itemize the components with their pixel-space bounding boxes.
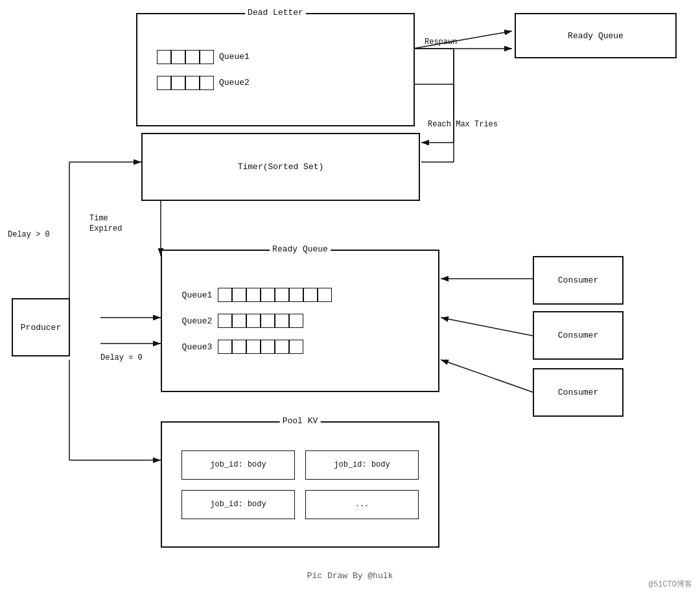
time-expired-label: TimeExpired xyxy=(89,214,122,234)
consumer-2-box: Consumer xyxy=(533,311,624,360)
dl-q1-cell xyxy=(200,50,214,64)
rq-queue1-label: Queue1 xyxy=(181,290,213,300)
rq-q1-cell xyxy=(261,288,275,302)
ready-queue-main-label: Ready Queue xyxy=(270,244,331,254)
pool-kv-label: Pool KV xyxy=(280,416,321,426)
rq-queue3-label: Queue3 xyxy=(181,342,213,352)
consumer-1-box: Consumer xyxy=(533,256,624,305)
dead-letter-label: Dead Letter xyxy=(245,8,306,18)
rq-queue1-row: Queue1 xyxy=(181,288,419,302)
dead-letter-queue2-label: Queue2 xyxy=(219,78,250,88)
delay-eq-0-label: Delay = 0 xyxy=(100,353,143,362)
rq-q2-cell xyxy=(289,314,303,328)
pool-kv-cell1: job_id: body xyxy=(181,450,295,480)
rq-q2-cell xyxy=(218,314,232,328)
dl-q1-cell xyxy=(171,50,185,64)
rq-q2-cell xyxy=(232,314,246,328)
reach-max-tries-label: Reach Max Tries xyxy=(428,120,498,129)
rq-queue3-row: Queue3 xyxy=(181,340,419,354)
rq-q3-cell xyxy=(289,340,303,354)
rq-q1-cell xyxy=(318,288,332,302)
watermark: @51CTO博客 xyxy=(649,579,692,590)
rq-q3-cell xyxy=(246,340,261,354)
rq-q3-cell xyxy=(218,340,232,354)
rq-q1-cell xyxy=(246,288,261,302)
producer-box: Producer xyxy=(12,298,70,356)
dead-letter-queue1-label: Queue1 xyxy=(219,52,250,62)
rq-q1-cell xyxy=(275,288,289,302)
dl-q2-cell xyxy=(157,76,171,90)
consumer-3-label: Consumer xyxy=(558,388,598,397)
ready-queue-top-box: Ready Queue xyxy=(515,13,677,58)
delay-gt-0-label: Delay > 0 xyxy=(8,230,50,239)
dl-q2-cell xyxy=(185,76,200,90)
rq-q1-cell xyxy=(232,288,246,302)
producer-label: Producer xyxy=(21,323,61,332)
consumer-1-label: Consumer xyxy=(558,275,598,285)
rq-q3-cell xyxy=(275,340,289,354)
consumer-3-box: Consumer xyxy=(533,368,624,417)
rq-q2-cell xyxy=(246,314,261,328)
rq-q2-cell xyxy=(275,314,289,328)
svg-line-18 xyxy=(441,318,533,336)
rq-q1-cell xyxy=(289,288,303,302)
dl-q1-cell xyxy=(157,50,171,64)
pool-kv-cell2: job_id: body xyxy=(305,450,419,480)
timer-box: Timer(Sorted Set) xyxy=(141,133,420,201)
respawn-label: Respawn xyxy=(425,38,457,47)
pool-kv-box: Pool KV job_id: body job_id: body job_id… xyxy=(161,421,439,548)
dead-letter-box: Dead Letter Queue1 Queue2 xyxy=(136,13,415,126)
ready-queue-main-box: Ready Queue Queue1 Queue2 xyxy=(161,250,439,392)
rq-q3-cell xyxy=(261,340,275,354)
dl-q1-cell xyxy=(185,50,200,64)
consumer-2-label: Consumer xyxy=(558,331,598,340)
pool-kv-cell4: ... xyxy=(305,490,419,519)
dl-q2-cell xyxy=(200,76,214,90)
rq-q1-cell xyxy=(303,288,318,302)
rq-queue2-label: Queue2 xyxy=(181,316,213,326)
pool-kv-cell3: job_id: body xyxy=(181,490,295,519)
rq-q3-cell xyxy=(232,340,246,354)
ready-queue-top-label: Ready Queue xyxy=(568,31,624,41)
rq-q1-cell xyxy=(218,288,232,302)
timer-label: Timer(Sorted Set) xyxy=(238,162,324,172)
rq-queue2-row: Queue2 xyxy=(181,314,419,328)
dead-letter-queue2-row: Queue2 xyxy=(157,76,394,90)
dead-letter-queue1-row: Queue1 xyxy=(157,50,394,64)
svg-line-19 xyxy=(441,360,533,392)
rq-q2-cell xyxy=(261,314,275,328)
footer-pic-draw: Pic Draw By @hulk xyxy=(307,571,393,581)
dl-q2-cell xyxy=(171,76,185,90)
